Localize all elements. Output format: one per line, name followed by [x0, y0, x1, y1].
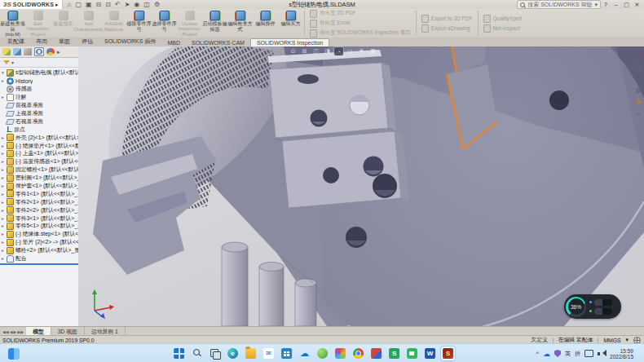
taskbar-app-button[interactable]	[172, 347, 186, 360]
tree-item[interactable]: ▸ 配合	[0, 254, 78, 263]
taskbar-app-button[interactable]: S	[441, 347, 455, 360]
ribbon-button[interactable]: 启动模板编辑器	[202, 9, 227, 38]
taskbar-app-button[interactable]: ✉	[262, 347, 276, 360]
unit-caret-icon[interactable]: ▾	[626, 337, 629, 343]
ribbon-button[interactable]: 编辑操作	[253, 9, 278, 38]
minimize-button[interactable]: –	[611, 2, 621, 8]
tree-item[interactable]: ▸ 传感器	[0, 85, 78, 93]
volume-icon[interactable]	[598, 350, 606, 357]
ribbon-tab[interactable]: 装配体	[2, 37, 30, 46]
task-pane-icon[interactable]: ▤	[635, 62, 642, 69]
featuremanager-tab-icon[interactable]	[2, 48, 11, 55]
tree-item[interactable]: ▸ 零件2<2> (默认<<默认>_显示状态	[0, 206, 78, 214]
ribbon-button[interactable]: 新建报表	[51, 9, 76, 38]
export-menu-item[interactable]: QualityXpert	[483, 15, 523, 23]
ribbon-tab[interactable]: 布局	[30, 37, 53, 46]
quick-access-icon[interactable]: ◫	[143, 1, 150, 8]
unit-system[interactable]: MMGS	[603, 338, 620, 343]
ribbon-tab[interactable]: 草图	[53, 37, 76, 46]
task-pane-icon[interactable]: ⌂	[637, 50, 641, 57]
tree-root-item[interactable]: ▾ s型铂铑热电偶 (默认<默认_显示状态-1	[0, 68, 78, 77]
quick-access-icon[interactable]: ◉	[134, 1, 139, 8]
maximize-button[interactable]: ▢	[621, 2, 632, 8]
taskbar-app-button[interactable]	[190, 347, 204, 360]
export-menu-item[interactable]: 导出至 Excel	[310, 20, 411, 28]
ribbon-button[interactable]: Edit Inspection Project	[25, 9, 51, 38]
task-pane-icon[interactable]: ❖	[635, 99, 641, 106]
ribbon-button[interactable]: Add Characteristic	[76, 9, 101, 38]
export-menu-item[interactable]: 导出至 2D PDF	[310, 10, 411, 18]
help-button[interactable]: ?	[604, 2, 607, 7]
quick-access-icon[interactable]: ⌂	[68, 1, 72, 8]
taskbar-app-button[interactable]	[280, 347, 293, 360]
displaymanager-tab-icon[interactable]	[46, 48, 55, 55]
taskbar-app-button[interactable]: ☁	[298, 347, 311, 360]
tree-item[interactable]: ▸ History	[0, 77, 78, 86]
tree-splitter[interactable]	[0, 263, 78, 265]
input-language[interactable]: 英	[565, 350, 571, 358]
filter-icon[interactable]	[3, 60, 10, 64]
ribbon-tab[interactable]: 评估	[76, 37, 99, 46]
task-pane-icon[interactable]: ▦	[635, 86, 642, 94]
solidworks-logo[interactable]: 3S SOLIDWORKS ▸	[0, 0, 63, 9]
task-pane-icon[interactable]: ↻	[636, 74, 642, 82]
tree-item[interactable]: ▸ (-) 上盖<1> (默认<<默认>_显示状	[0, 150, 78, 158]
taskbar-app-button[interactable]: S	[387, 347, 401, 360]
tree-item[interactable]: ▸ 螺栓<2> (默认<<默认>_显示状态	[0, 246, 78, 254]
tree-item[interactable]: ▸ 右视基准面	[0, 117, 78, 126]
export-menu-item[interactable]: Export eDrawing	[421, 24, 473, 33]
tree-item[interactable]: ▸ 零件2<1> (默认<<默认>_显示状态	[0, 198, 78, 206]
close-button[interactable]: ✕	[632, 2, 642, 8]
tray-overflow-icon[interactable]: ^	[536, 350, 539, 357]
tab-scroll-next-icon[interactable]: ▶	[14, 329, 17, 334]
ribbon-button[interactable]: 编辑买方	[278, 9, 303, 38]
taskbar-app-button[interactable]	[351, 347, 365, 360]
quick-access-icon[interactable]: ⊟	[96, 1, 102, 8]
view-tool-icon[interactable]: ❖	[357, 47, 366, 55]
tab-scroll-prev-icon[interactable]: ◀	[10, 329, 13, 334]
ribbon-tab[interactable]: SOLIDWORKS 插件	[99, 37, 161, 46]
quick-access-icon[interactable]: ➤	[125, 1, 130, 8]
view-tool-icon[interactable]: ◻	[346, 47, 355, 55]
quick-access-icon[interactable]: ⊡	[105, 1, 111, 8]
configurationmanager-tab-icon[interactable]	[24, 48, 32, 55]
quick-access-icon[interactable]: ↶	[115, 1, 121, 8]
viewport-3d-model[interactable]	[78, 46, 644, 326]
clock[interactable]: 15:59 2022/8/15	[610, 348, 633, 360]
ribbon-button[interactable]: 选择零件序号	[152, 9, 177, 38]
security-shield-icon[interactable]	[554, 350, 561, 357]
taskbar-app-button[interactable]	[405, 347, 419, 360]
ribbon-button[interactable]: Add/Edit Balloons	[101, 9, 126, 38]
view-tool-icon[interactable]: ⊙	[289, 47, 298, 55]
widgets-icon[interactable]	[8, 348, 20, 360]
tree-item[interactable]: ▸ 原点	[0, 126, 78, 134]
tree-item[interactable]: ▸ 前视基准面	[0, 101, 78, 109]
tree-item[interactable]: ▸ 固定螺栓<1> (默认<<默认>_显示	[0, 166, 78, 174]
graphics-area[interactable]: ⊙ ⊞ ◫ ◨ ◔ ◻ ❖ ▦ ⌂ ▤ ↻	[78, 46, 644, 326]
tree-item[interactable]: ▸ 上视基准面	[0, 109, 78, 117]
tree-item[interactable]: ▸ (-) 温度传感器<1> (默认<<默认>_	[0, 157, 78, 166]
view-tool-icon[interactable]: ⊞	[300, 47, 309, 55]
taskbar-app-button[interactable]	[315, 347, 329, 360]
tab-scroll-first-icon[interactable]: ◀◀	[2, 329, 9, 334]
quick-access-icon[interactable]: ▢	[75, 1, 82, 8]
quick-access-icon[interactable]: ⚙	[154, 1, 160, 8]
tree-item[interactable]: ▸ 零件1<1> (默认<<默认>_显示状态	[0, 190, 78, 198]
tree-item[interactable]: ▸ 零件5<1> (默认<<默认>_显示状态	[0, 223, 78, 231]
filter-caret-icon[interactable]: ▾	[11, 60, 14, 65]
view-tool-icon[interactable]: ▦	[368, 47, 377, 55]
ribbon-button[interactable]: 新建检查项目 (imp;M)	[0, 9, 25, 38]
tree-item[interactable]: ▸ (-) 绝缘体.step<1> (默认<<默认	[0, 230, 78, 238]
search-caret-icon[interactable]: ▾	[595, 2, 598, 8]
tree-item[interactable]: ▸ (-) 垫片 (2)<2> -> (默认<<默认>_	[0, 238, 78, 246]
view-tool-icon[interactable]: ◔	[334, 47, 343, 55]
ribbon-tab[interactable]: SOLIDWORKS Inspection	[250, 38, 329, 46]
export-menu-item[interactable]: Export to 3D PDF	[421, 15, 473, 23]
task-pane-icon[interactable]: ≡	[637, 111, 641, 118]
ribbon-button[interactable]: Update Inspection Project	[177, 9, 202, 38]
tree-item[interactable]: ▸ 外壳 (2)<1> (默认<<默认>_显示状	[0, 134, 78, 142]
onedrive-tray-icon[interactable]: ☁	[543, 350, 550, 358]
ribbon-button[interactable]: 编辑检查方式	[227, 9, 253, 38]
taskbar-app-button[interactable]	[369, 347, 383, 360]
ribbon-tab[interactable]: MBD	[161, 39, 186, 46]
